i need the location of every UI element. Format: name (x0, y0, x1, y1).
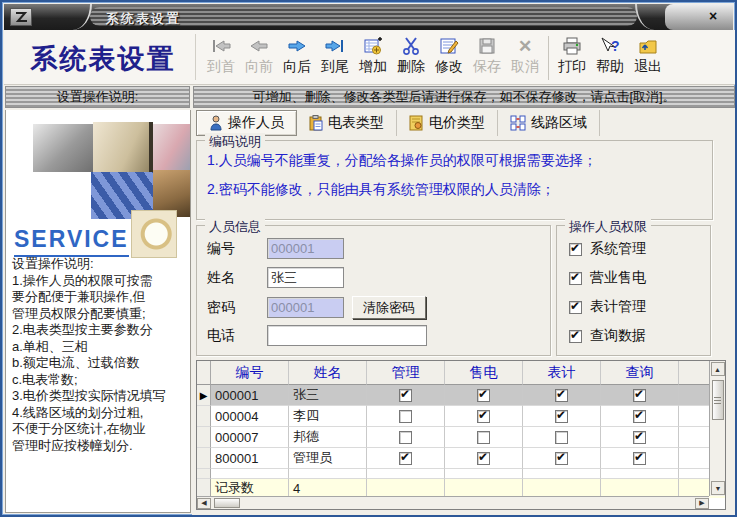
grid-header-row: 编号 姓名 管理 售电 表计 查询 (197, 361, 725, 385)
help-button[interactable]: ? 帮助 (591, 34, 629, 82)
cell-checkbox[interactable] (633, 410, 646, 423)
perm-meter-checkbox[interactable] (569, 301, 582, 314)
name-field[interactable] (267, 267, 344, 288)
coding-note-2: 2.密码不能修改，只能由具有系统管理权限的人员清除； (207, 181, 712, 199)
cell-checkbox[interactable] (477, 410, 490, 423)
delete-record-button[interactable]: 删除 (392, 34, 430, 82)
operators-grid: 编号 姓名 管理 售电 表计 查询 ▶ 000001 张三 00000 (196, 360, 726, 510)
clipboard-icon (309, 115, 323, 131)
phone-field[interactable] (267, 325, 427, 346)
cell-checkbox[interactable] (399, 452, 412, 465)
toolbar: 到首 向前 向后 到尾 (202, 34, 667, 82)
edit-icon (439, 34, 459, 58)
table-row[interactable]: 800001 管理员 (197, 448, 725, 469)
app-logo-icon (10, 8, 32, 26)
empty-row (197, 469, 725, 479)
grid-vertical-scrollbar[interactable]: ▲ ▼ (709, 361, 725, 496)
cell-checkbox[interactable] (555, 410, 568, 423)
tab-line-area[interactable]: 线路区域 (498, 110, 600, 136)
table-row[interactable]: 000007 邦德 (197, 427, 725, 448)
cell-checkbox[interactable] (477, 389, 490, 402)
cell-checkbox[interactable] (477, 452, 490, 465)
main-panel: 操作人员 电表类型 电价类型 (192, 108, 737, 515)
prev-record-button[interactable]: 向前 (240, 34, 278, 82)
hscroll-thumb[interactable] (214, 498, 240, 508)
col-header-meter[interactable]: 表计 (523, 361, 601, 385)
row-selector[interactable] (197, 406, 211, 427)
add-record-button[interactable]: 增加 (354, 34, 392, 82)
tab-price-type[interactable]: 电价类型 (397, 110, 498, 136)
sidebar: SERVICE 设置操作说明: 1.操作人员的权限可按需 要分配便于兼职操作,但… (5, 110, 191, 513)
row-selector[interactable] (197, 448, 211, 469)
code-field[interactable] (267, 238, 344, 259)
cell-checkbox[interactable] (555, 452, 568, 465)
tab-meter-type[interactable]: 电表类型 (297, 110, 397, 136)
grid-corner (197, 361, 211, 385)
print-icon (562, 34, 582, 58)
col-header-sale[interactable]: 售电 (445, 361, 523, 385)
col-header-id[interactable]: 编号 (211, 361, 289, 385)
header: 系统表设置 到首 向前 向后 (4, 30, 737, 85)
phone-label: 电话 (207, 327, 267, 345)
table-row[interactable]: ▶ 000001 张三 (197, 385, 725, 406)
close-icon[interactable]: × (703, 8, 723, 26)
photo-instruments (153, 124, 191, 170)
cell-checkbox[interactable] (399, 410, 412, 423)
perm-query-checkbox[interactable] (569, 330, 582, 343)
perm-system-checkbox[interactable] (569, 243, 582, 256)
scroll-right-icon[interactable]: ▶ (695, 498, 709, 509)
code-label: 编号 (207, 240, 267, 258)
grid-horizontal-scrollbar[interactable]: ◀ ▶ (197, 496, 709, 509)
page-title: 系统表设置 (14, 41, 192, 77)
photo-watch (131, 210, 177, 258)
coding-notes-group: 编码说明 1.人员编号不能重复，分配给各操作员的权限可根据需要选择； 2.密码不… (196, 140, 713, 220)
last-record-button[interactable]: 到尾 (316, 34, 354, 82)
scroll-down-icon[interactable]: ▼ (711, 481, 725, 495)
cell-checkbox[interactable] (477, 431, 490, 444)
cell-checkbox[interactable] (555, 431, 568, 444)
toolbar-separator (548, 36, 549, 80)
exit-button[interactable]: 退出 (629, 34, 667, 82)
person-info-title: 人员信息 (205, 218, 265, 236)
cell-checkbox[interactable] (633, 452, 646, 465)
save-button[interactable]: 保存 (468, 34, 506, 82)
area-boxes-icon (510, 115, 526, 131)
cell-checkbox[interactable] (399, 389, 412, 402)
cancel-button[interactable]: ✕ 取消 (506, 34, 544, 82)
edit-record-button[interactable]: 修改 (430, 34, 468, 82)
coding-notes-title: 编码说明 (205, 133, 265, 151)
titlebar-curve-right (635, 4, 663, 30)
row-selector[interactable] (197, 427, 211, 448)
clear-password-button[interactable]: 清除密码 (352, 296, 426, 319)
svg-text:?: ? (611, 38, 620, 54)
cell-checkbox[interactable] (633, 431, 646, 444)
password-field[interactable] (267, 297, 344, 318)
cell-checkbox[interactable] (399, 431, 412, 444)
row-selector[interactable]: ▶ (197, 385, 211, 406)
window-title: 系统表设置 (106, 10, 181, 28)
sidebar-caption-bar: 设置操作说明: (5, 86, 190, 108)
save-floppy-icon (478, 34, 496, 58)
print-button[interactable]: 打印 (553, 34, 591, 82)
first-record-icon (210, 34, 232, 58)
first-record-button[interactable]: 到首 (202, 34, 240, 82)
titlebar: 系统表设置 × (4, 4, 733, 30)
col-header-query[interactable]: 查询 (601, 361, 679, 385)
cell-checkbox[interactable] (633, 389, 646, 402)
app-window: 系统表设置 × 系统表设置 到首 向前 向后 (0, 0, 737, 517)
scroll-up-icon[interactable]: ▲ (711, 362, 725, 376)
next-record-button[interactable]: 向后 (278, 34, 316, 82)
col-header-manage[interactable]: 管理 (367, 361, 445, 385)
cancel-x-icon: ✕ (518, 34, 532, 58)
last-record-icon (324, 34, 346, 58)
scroll-left-icon[interactable]: ◀ (197, 498, 211, 509)
vscroll-thumb[interactable] (712, 380, 724, 420)
prev-record-icon (248, 34, 270, 58)
person-info-group: 人员信息 编号 姓名 密码 清除密码 电话 (196, 225, 551, 356)
cell-checkbox[interactable] (555, 389, 568, 402)
table-row[interactable]: 000004 李四 (197, 406, 725, 427)
col-header-filler (679, 361, 709, 385)
col-header-name[interactable]: 姓名 (289, 361, 367, 385)
permissions-group: 操作人员权限 系统管理 营业售电 表计管理 查询数据 (556, 225, 711, 356)
perm-sales-checkbox[interactable] (569, 272, 582, 285)
